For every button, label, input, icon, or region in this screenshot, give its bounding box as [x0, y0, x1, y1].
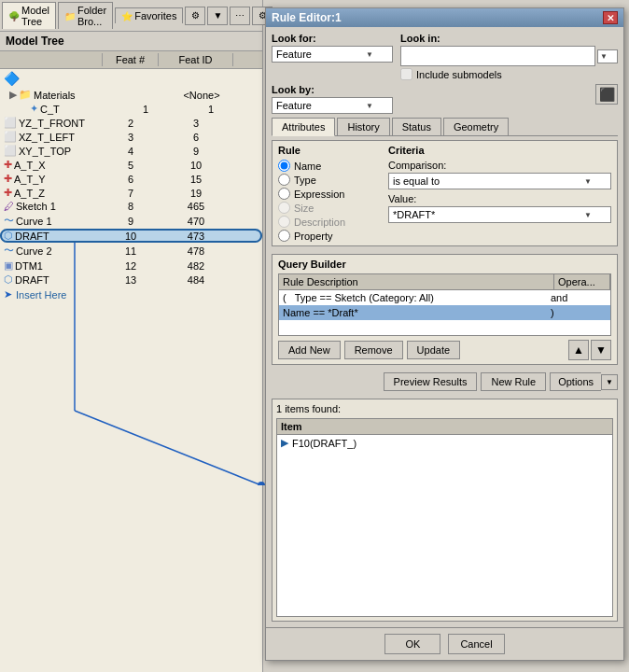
options-main-btn[interactable]: Options	[550, 372, 601, 391]
dialog-close-btn[interactable]: ✕	[603, 11, 618, 24]
look-in-arrow-icon: ▼	[600, 52, 608, 61]
tree-expand-btn[interactable]: ▼	[207, 7, 228, 25]
expand-icon: ▶	[9, 89, 17, 101]
tree-row-atx[interactable]: ✚ A_T_X 5 10	[0, 158, 262, 172]
dialog-body: Look for: Feature ▼ Look in: ▼ Include s…	[266, 27, 623, 627]
sketch-icon: 🖊	[4, 201, 14, 212]
browse-icon: ⬛	[599, 87, 615, 102]
tree-row-curve1[interactable]: 〜 Curve 1 9 470	[0, 213, 262, 229]
qb-columns: Rule Description Opera...	[278, 273, 611, 289]
tree-row-dtm1[interactable]: ▣ DTM1 12 482	[0, 259, 262, 273]
new-rule-btn[interactable]: New Rule	[481, 372, 546, 391]
look-by-label: Look by:	[272, 84, 393, 95]
tab-history[interactable]: History	[337, 118, 389, 135]
axis-icon-y: ✚	[4, 173, 12, 185]
qb-down-btn[interactable]: ▼	[591, 340, 611, 360]
tree-row-yz[interactable]: ⬜ YZ_T_FRONT 2 3	[0, 116, 262, 130]
model-tree-tabs: 🌳 Model Tree 📁 Folder Bro... ⭐ Favorites…	[0, 0, 262, 32]
results-section: 1 items found: Item ▶ F10(DRAFT_)	[272, 399, 618, 622]
results-item-label: F10(DRAFT_)	[292, 438, 356, 449]
include-submodels-checkbox[interactable]	[400, 68, 412, 80]
rule-option-description: Description	[278, 216, 381, 228]
look-by-section: Look by: Feature ▼	[272, 84, 393, 114]
qb-col-op: Opera...	[554, 274, 610, 289]
dialog-footer: OK Cancel	[266, 627, 623, 660]
remove-btn[interactable]: Remove	[344, 341, 403, 359]
look-by-dropdown[interactable]: Feature ▼	[272, 97, 393, 114]
value-dropdown[interactable]: *DRAFT* ▼	[388, 206, 611, 223]
draft-icon-2: ⬡	[4, 273, 13, 286]
rule-option-property[interactable]: Property	[278, 230, 381, 242]
folder-icon: 📁	[19, 89, 32, 101]
insert-arrow-icon: ➤	[4, 288, 12, 301]
qb-up-btn[interactable]: ▲	[568, 340, 589, 360]
qb-rows: ( Type == Sketch (Category: All) and Nam…	[278, 289, 611, 336]
curve-icon-1: 〜	[4, 214, 14, 228]
tree-row-xz[interactable]: ⬜ XZ_T_LEFT 3 6	[0, 130, 262, 144]
comparison-arrow-icon: ▼	[584, 177, 592, 186]
action-buttons-row: Preview Results New Rule Options ▼	[272, 372, 618, 391]
rule-option-type[interactable]: Type	[278, 174, 381, 186]
include-submodels-row: Include submodels	[400, 68, 618, 80]
tree-row-xy[interactable]: ⬜ XY_T_TOP 4 9	[0, 144, 262, 158]
root-icon: 🔷	[4, 71, 20, 86]
add-new-btn[interactable]: Add New	[278, 341, 341, 359]
query-builder-section: Query Builder Rule Description Opera... …	[272, 254, 618, 365]
update-btn[interactable]: Update	[407, 341, 460, 359]
ct-icon: ✦	[30, 103, 38, 115]
rule-option-name[interactable]: Name	[278, 160, 381, 172]
tab-status[interactable]: Status	[392, 118, 441, 135]
preview-results-btn[interactable]: Preview Results	[384, 372, 478, 391]
tab-favorites[interactable]: ⭐ Favorites	[115, 7, 183, 23]
tree-row-draft-selected[interactable]: ⬡ DRAFT 10 473	[0, 229, 262, 243]
look-row: Look for: Feature ▼ Look in: ▼ Include s…	[272, 33, 618, 80]
tab-attributes[interactable]: Attributes	[272, 118, 335, 136]
tree-row-ct[interactable]: ✦ C_T 1 1	[0, 102, 262, 116]
tree-content: 🔷 ▶ 📁 Materials <None> ✦ C_T 1 1 ⬜	[0, 69, 262, 672]
results-col-header: Item	[277, 419, 612, 435]
tree-more-btn[interactable]: ⋯	[230, 7, 250, 25]
tree-column-headers: Feat # Feat ID	[0, 51, 262, 69]
tree-row-atz[interactable]: ✚ A_T_Z 7 19	[0, 186, 262, 200]
look-in-dropdown[interactable]: ▼	[597, 49, 618, 63]
look-in-input[interactable]	[400, 46, 595, 66]
look-for-dropdown[interactable]: Feature ▼	[272, 46, 393, 63]
comparison-dropdown[interactable]: is equal to ▼	[388, 173, 611, 189]
tree-settings-btn[interactable]: ⚙	[185, 7, 205, 25]
look-for-section: Look for: Feature ▼	[272, 33, 393, 63]
tree-row-aty[interactable]: ✚ A_T_Y 6 15	[0, 172, 262, 186]
dialog-titlebar: Rule Editor:1 ✕	[266, 8, 623, 27]
look-by-arrow-icon: ▼	[366, 102, 373, 110]
tree-row-sketch1[interactable]: 🖊 Sketch 1 8 465	[0, 200, 262, 213]
qb-col-desc: Rule Description	[279, 274, 554, 289]
axis-icon-x: ✚	[4, 159, 12, 171]
tab-model-tree[interactable]: 🌳 Model Tree	[2, 2, 56, 29]
tab-geometry[interactable]: Geometry	[443, 118, 509, 135]
results-table: Item ▶ F10(DRAFT_)	[276, 418, 613, 617]
browse-btn[interactable]: ⬛	[595, 84, 618, 105]
tree-row-draft2[interactable]: ⬡ DRAFT 13 484	[0, 273, 262, 287]
rule-title: Rule	[278, 145, 381, 156]
tree-row-materials[interactable]: ▶ 📁 Materials <None>	[0, 88, 262, 102]
options-arrow-btn[interactable]: ▼	[601, 374, 618, 390]
tab-folder-browser[interactable]: 📁 Folder Bro...	[58, 2, 113, 29]
qb-row-1[interactable]: Name == *Draft* )	[279, 305, 610, 320]
results-item-0[interactable]: ▶ F10(DRAFT_)	[277, 435, 612, 451]
axis-icon-z: ✚	[4, 187, 12, 199]
criteria-title: Criteria	[388, 145, 611, 156]
results-count: 1 items found:	[276, 403, 613, 414]
cancel-btn[interactable]: Cancel	[448, 634, 504, 654]
tree-title: Model Tree	[0, 32, 262, 51]
rule-option-size: Size	[278, 202, 381, 214]
qb-row-0[interactable]: ( Type == Sketch (Category: All) and	[279, 290, 610, 305]
col-name	[0, 53, 103, 66]
insert-here[interactable]: ➤ Insert Here	[0, 287, 262, 302]
rule-option-expression[interactable]: Expression	[278, 188, 381, 200]
tree-row-curve2[interactable]: 〜 Curve 2 11 478	[0, 243, 262, 259]
options-btn-group: Options ▼	[550, 372, 618, 391]
look-in-label: Look in:	[400, 33, 618, 44]
model-tree-panel: 🌳 Model Tree 📁 Folder Bro... ⭐ Favorites…	[0, 0, 263, 672]
results-arrow-icon: ▶	[281, 437, 288, 449]
ok-btn[interactable]: OK	[384, 634, 440, 654]
rule-editor-dialog: Rule Editor:1 ✕ Look for: Feature ▼ Look…	[265, 7, 624, 661]
